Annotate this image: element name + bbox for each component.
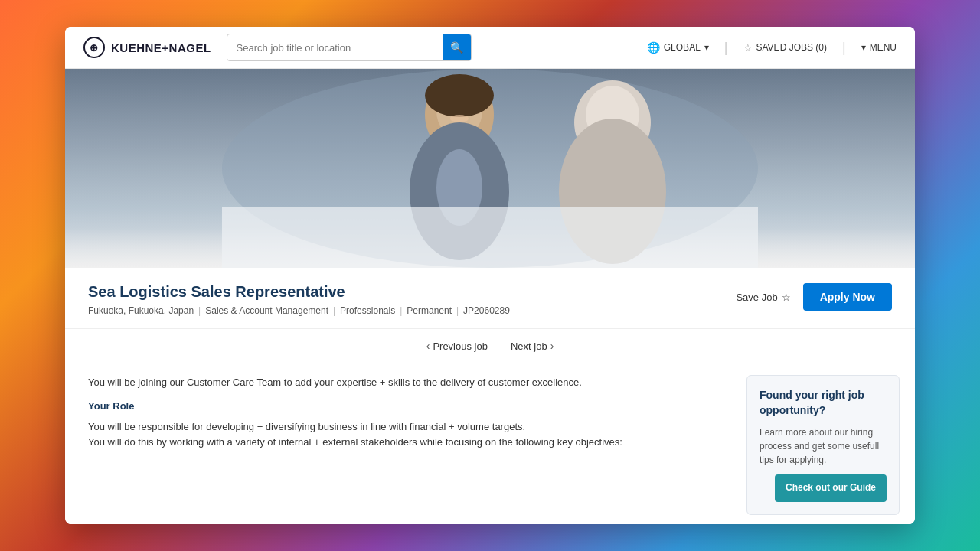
svg-point-4: [450, 115, 469, 122]
logo-icon: ⊕: [83, 37, 105, 58]
role-heading: Your Role: [88, 399, 708, 415]
apply-now-label: Apply Now: [820, 291, 875, 303]
job-meta: Fukuoka, Fukuoka, Japan | Sales & Accoun…: [88, 305, 510, 316]
nav-divider-2: |: [842, 40, 846, 56]
navbar: ⊕ KUEHNE+NAGEL 🔍 🌐 GLOBAL ▾ | ☆ SAVED JO…: [65, 27, 915, 69]
next-job-link[interactable]: Next job ›: [511, 340, 554, 352]
nav-right: 🌐 GLOBAL ▾ | ☆ SAVED JOBS (0) | ▾ MENU: [647, 40, 897, 56]
prev-job-label: Previous job: [433, 341, 488, 352]
hero-illustration: [222, 69, 758, 268]
sep-1: |: [198, 305, 201, 316]
guide-card-button[interactable]: Check out our Guide: [775, 474, 887, 502]
sep-3: |: [400, 305, 402, 316]
hero-people: [65, 69, 915, 268]
guide-card-title: Found your right job opportunity?: [760, 388, 887, 418]
search-input[interactable]: [227, 37, 443, 59]
chevron-left-icon: ‹: [426, 340, 430, 352]
job-intro: You will be joining our Customer Care Te…: [88, 375, 708, 391]
global-label: GLOBAL: [664, 42, 701, 53]
chevron-down-icon-menu: ▾: [861, 42, 866, 53]
apply-now-button[interactable]: Apply Now: [803, 283, 892, 311]
guide-card-body: Learn more about our hiring process and …: [760, 425, 887, 467]
menu-button[interactable]: ▾ MENU: [861, 42, 897, 53]
sep-2: |: [333, 305, 335, 316]
guide-card: Found your right job opportunity? Learn …: [746, 375, 900, 515]
job-department: Sales & Account Management: [205, 305, 328, 316]
star-icon-save: ☆: [782, 292, 791, 303]
job-level: Professionals: [340, 305, 395, 316]
job-location: Fukuoka, Fukuoka, Japan: [88, 305, 194, 316]
search-button[interactable]: 🔍: [443, 34, 471, 60]
saved-jobs-label: SAVED JOBS (0): [756, 42, 827, 53]
job-id: JP2060289: [463, 305, 510, 316]
search-bar: 🔍: [227, 34, 472, 61]
logo-text: KUEHNE+NAGEL: [111, 41, 211, 54]
job-section: Sea Logistics Sales Representative Fukuo…: [65, 268, 915, 329]
browser-window: ⊕ KUEHNE+NAGEL 🔍 🌐 GLOBAL ▾ | ☆ SAVED JO…: [65, 27, 915, 524]
job-actions: Save Job ☆ Apply Now: [736, 283, 892, 311]
job-title: Sea Logistics Sales Representative: [88, 283, 510, 301]
role-text-2: You will do this by working with a varie…: [88, 435, 708, 451]
chevron-right-icon: ›: [550, 340, 554, 352]
svg-rect-10: [222, 207, 758, 268]
saved-jobs-link[interactable]: ☆ SAVED JOBS (0): [743, 42, 827, 54]
sep-4: |: [456, 305, 459, 316]
job-navigation: ‹ Previous job Next job ›: [65, 329, 915, 360]
hero-image: [65, 69, 915, 268]
main-content: You will be joining our Customer Care Te…: [65, 360, 915, 524]
job-type: Permanent: [407, 305, 452, 316]
guide-card-button-label: Check out our Guide: [786, 482, 876, 493]
prev-job-link[interactable]: ‹ Previous job: [426, 340, 488, 352]
menu-label: MENU: [870, 42, 897, 53]
content-left: You will be joining our Customer Care Te…: [65, 360, 731, 524]
logo: ⊕ KUEHNE+NAGEL: [83, 37, 211, 58]
role-text-1: You will be responsible for developing +…: [88, 419, 708, 435]
next-job-label: Next job: [511, 341, 547, 352]
svg-point-3: [425, 74, 494, 117]
search-icon: 🔍: [450, 41, 463, 54]
global-selector[interactable]: 🌐 GLOBAL ▾: [647, 41, 709, 54]
job-info: Sea Logistics Sales Representative Fukuo…: [88, 283, 510, 316]
job-header: Sea Logistics Sales Representative Fukuo…: [88, 283, 892, 316]
nav-divider: |: [724, 40, 728, 56]
save-job-label: Save Job: [736, 292, 777, 303]
star-icon: ☆: [743, 42, 753, 54]
save-job-button[interactable]: Save Job ☆: [736, 292, 790, 303]
chevron-down-icon: ▾: [704, 42, 709, 53]
content-right: Found your right job opportunity? Learn …: [731, 360, 915, 524]
globe-icon: 🌐: [647, 41, 660, 54]
